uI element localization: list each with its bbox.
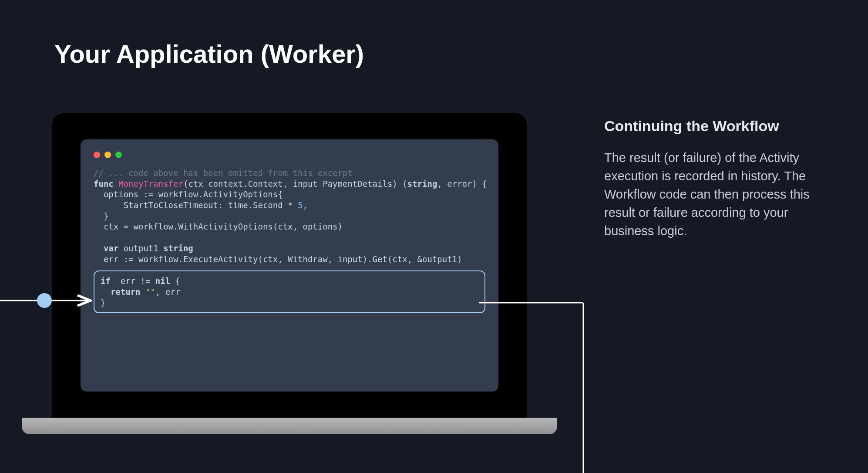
keyword-func: func	[94, 179, 114, 189]
maximize-icon	[115, 152, 122, 158]
signature-part: , error) {	[437, 179, 487, 189]
page-title: Your Application (Worker)	[54, 39, 364, 68]
code-line: ,	[303, 200, 307, 210]
code-line: ctx = workflow.WithActivityOptions(ctx, …	[94, 222, 343, 231]
return-rest: , err	[155, 287, 180, 297]
code-line: }	[94, 211, 108, 221]
laptop-base	[22, 418, 557, 434]
close-brace: }	[101, 298, 105, 307]
code-line: options := workflow.ActivityOptions{	[94, 189, 283, 199]
keyword-if: if	[101, 276, 111, 286]
keyword-var: var	[104, 243, 118, 253]
if-cond: err !=	[111, 276, 155, 286]
type-string: string	[407, 179, 437, 189]
sidebar-heading: Continuing the Workflow	[604, 118, 831, 135]
code-comment: // ... code above has been omitted from …	[94, 168, 353, 178]
keyword-return: return	[111, 287, 141, 297]
sidebar-panel: Continuing the Workflow The result (or f…	[604, 118, 831, 240]
type-string: string	[163, 243, 193, 253]
sidebar-body: The result (or failure) of the Activity …	[604, 149, 831, 240]
laptop-screen: // ... code above has been omitted from …	[52, 113, 527, 418]
if-cond: {	[170, 276, 180, 286]
code-editor: // ... code above has been omitted from …	[81, 139, 498, 392]
laptop-illustration: // ... code above has been omitted from …	[22, 113, 557, 434]
number-literal: 5	[298, 200, 303, 210]
highlighted-code: if err != nil { return "", err }	[94, 270, 485, 313]
code-line: err := workflow.ExecuteActivity(ctx, Wit…	[94, 254, 462, 264]
window-controls	[94, 152, 485, 158]
function-name: MoneyTransfer	[118, 179, 183, 189]
code-line: StartToCloseTimeout: time.Second *	[94, 200, 298, 210]
close-icon	[94, 152, 100, 158]
keyword-nil: nil	[155, 276, 170, 286]
var-name: output1	[118, 243, 163, 253]
string-literal: ""	[145, 287, 155, 297]
signature-part: (ctx context.Context, input PaymentDetai…	[183, 179, 407, 189]
minimize-icon	[104, 152, 111, 158]
code-block: // ... code above has been omitted from …	[94, 168, 485, 313]
